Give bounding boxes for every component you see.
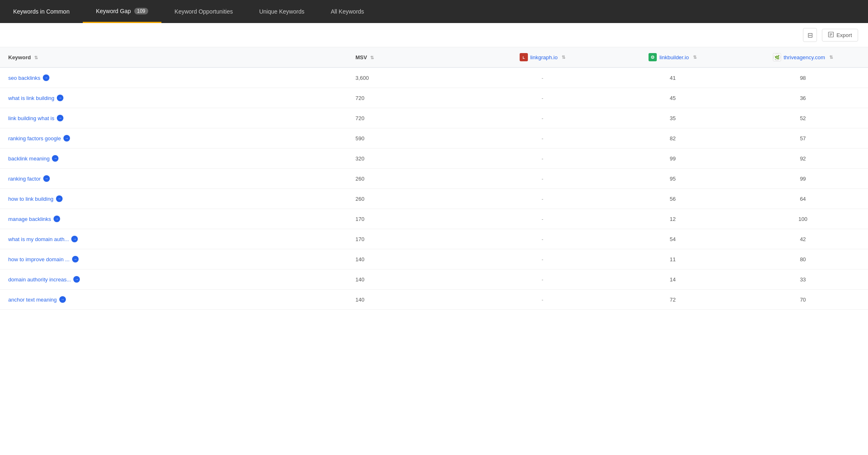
cell-msv-1: 720: [347, 88, 477, 108]
table-body: seo backlinks→3,600-4198what is link bui…: [0, 67, 868, 310]
cell-keyword-7: manage backlinks→: [0, 209, 347, 229]
table-row: seo backlinks→3,600-4198: [0, 67, 868, 88]
tab-label-unique-keywords: Unique Keywords: [259, 8, 304, 15]
linkbuilder-domain-label: linkbuilder.io: [659, 54, 689, 60]
cell-keyword-11: anchor text meaning→: [0, 290, 347, 310]
export-icon: [828, 32, 834, 39]
external-icon-1: →: [57, 95, 63, 101]
keyword-link-10[interactable]: domain authority increas...→: [8, 276, 339, 283]
tab-label-keywords-in-common: Keywords in Common: [13, 8, 70, 15]
cell-linkgraph-3: -: [477, 128, 607, 149]
svg-text:L: L: [523, 56, 525, 60]
external-icon-6: →: [56, 195, 63, 202]
cell-linkbuilder-2: 35: [608, 108, 738, 128]
cell-keyword-0: seo backlinks→: [0, 67, 347, 88]
cell-linkbuilder-10: 14: [608, 269, 738, 290]
tab-keywords-in-common[interactable]: Keywords in Common: [0, 0, 83, 23]
cell-linkgraph-6: -: [477, 189, 607, 209]
keyword-link-6[interactable]: how to link building→: [8, 195, 339, 202]
linkgraph-sort-icon: ⇅: [562, 55, 565, 60]
external-icon-9: →: [72, 256, 79, 262]
export-button[interactable]: Export: [822, 29, 858, 42]
keyword-link-11[interactable]: anchor text meaning→: [8, 296, 339, 303]
col-keyword-sort-icon: ⇅: [34, 55, 38, 60]
keyword-link-1[interactable]: what is link building→: [8, 95, 339, 101]
table-row: manage backlinks→170-12100: [0, 209, 868, 229]
table-row: anchor text meaning→140-7270: [0, 290, 868, 310]
col-msv-label: MSV: [355, 54, 367, 60]
cell-linkbuilder-0: 41: [608, 67, 738, 88]
linkbuilder-icon: [649, 53, 657, 61]
tab-label-keyword-gap: Keyword Gap: [96, 8, 131, 14]
cell-linkgraph-8: -: [477, 229, 607, 249]
cell-msv-3: 590: [347, 128, 477, 149]
tab-keyword-gap[interactable]: Keyword Gap 109: [83, 0, 161, 23]
external-icon-4: →: [52, 155, 58, 162]
cell-keyword-6: how to link building→: [0, 189, 347, 209]
external-icon-2: →: [57, 115, 63, 121]
keyword-table: Keyword ⇅ MSV ⇅ L link: [0, 47, 868, 310]
cell-thrive-4: 92: [738, 149, 868, 169]
keyword-link-4[interactable]: backlink meaning→: [8, 155, 339, 162]
cell-keyword-4: backlink meaning→: [0, 149, 347, 169]
external-icon-5: →: [43, 175, 50, 182]
external-icon-8: →: [71, 236, 78, 242]
keyword-link-8[interactable]: what is my domain auth...→: [8, 236, 339, 242]
cell-thrive-9: 80: [738, 249, 868, 269]
cell-keyword-3: ranking factors google→: [0, 128, 347, 149]
keyword-link-3[interactable]: ranking factors google→: [8, 135, 339, 142]
export-label: Export: [836, 32, 852, 38]
table-header: Keyword ⇅ MSV ⇅ L link: [0, 47, 868, 67]
cell-msv-4: 320: [347, 149, 477, 169]
cell-linkbuilder-5: 95: [608, 169, 738, 189]
table-row: backlink meaning→320-9992: [0, 149, 868, 169]
table-row: ranking factor→260-9599: [0, 169, 868, 189]
col-header-linkbuilder[interactable]: linkbuilder.io ⇅: [608, 47, 738, 67]
linkgraph-domain-header: L linkgraph.io ⇅: [485, 53, 599, 61]
cell-thrive-1: 36: [738, 88, 868, 108]
cell-linkgraph-7: -: [477, 209, 607, 229]
keyword-link-9[interactable]: how to improve domain ...→: [8, 256, 339, 262]
col-header-thrive[interactable]: 🌿 thriveagency.com ⇅: [738, 47, 868, 67]
thrive-icon: 🌿: [773, 53, 781, 61]
cell-msv-10: 140: [347, 269, 477, 290]
keyword-table-container: Keyword ⇅ MSV ⇅ L link: [0, 47, 868, 310]
cell-linkgraph-1: -: [477, 88, 607, 108]
cell-msv-0: 3,600: [347, 67, 477, 88]
cell-thrive-10: 33: [738, 269, 868, 290]
keyword-link-7[interactable]: manage backlinks→: [8, 216, 339, 222]
table-row: ranking factors google→590-8257: [0, 128, 868, 149]
svg-text:🌿: 🌿: [775, 55, 780, 60]
tab-unique-keywords[interactable]: Unique Keywords: [246, 0, 317, 23]
tab-badge-keyword-gap: 109: [134, 8, 148, 14]
cell-thrive-11: 70: [738, 290, 868, 310]
col-header-msv[interactable]: MSV ⇅: [347, 47, 477, 67]
table-view-button[interactable]: ⊟: [803, 28, 817, 42]
tab-keyword-opportunities[interactable]: Keyword Opportunities: [161, 0, 246, 23]
keyword-link-0[interactable]: seo backlinks→: [8, 74, 339, 81]
tab-bar: Keywords in Common Keyword Gap 109 Keywo…: [0, 0, 868, 23]
cell-linkbuilder-6: 56: [608, 189, 738, 209]
cell-msv-6: 260: [347, 189, 477, 209]
cell-thrive-8: 42: [738, 229, 868, 249]
cell-linkbuilder-3: 82: [608, 128, 738, 149]
cell-linkgraph-10: -: [477, 269, 607, 290]
cell-keyword-8: what is my domain auth...→: [0, 229, 347, 249]
col-header-keyword[interactable]: Keyword ⇅: [0, 47, 347, 67]
col-msv-sort-icon: ⇅: [370, 55, 374, 60]
thrive-sort-icon: ⇅: [829, 55, 833, 60]
keyword-link-2[interactable]: link building what is→: [8, 115, 339, 121]
col-header-linkgraph[interactable]: L linkgraph.io ⇅: [477, 47, 607, 67]
cell-keyword-10: domain authority increas...→: [0, 269, 347, 290]
table-row: domain authority increas...→140-1433: [0, 269, 868, 290]
keyword-link-5[interactable]: ranking factor→: [8, 175, 339, 182]
toolbar-icons: ⊟ Export: [803, 28, 858, 42]
linkbuilder-domain-header: linkbuilder.io ⇅: [616, 53, 730, 61]
tab-label-keyword-opportunities: Keyword Opportunities: [175, 8, 233, 15]
cell-msv-9: 140: [347, 249, 477, 269]
linkgraph-domain-label: linkgraph.io: [530, 54, 558, 60]
tab-all-keywords[interactable]: All Keywords: [317, 0, 377, 23]
cell-msv-11: 140: [347, 290, 477, 310]
table-view-icon: ⊟: [807, 31, 813, 39]
table-row: how to improve domain ...→140-1180: [0, 249, 868, 269]
